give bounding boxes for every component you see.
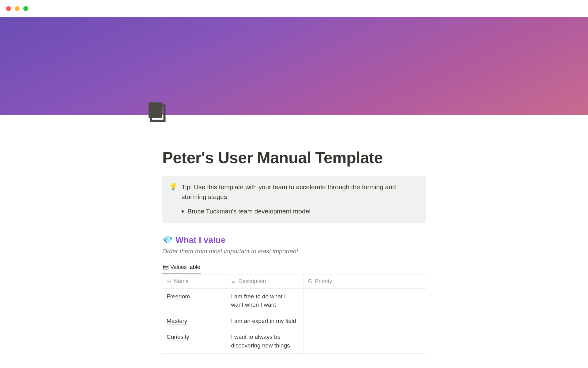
column-header-priority[interactable]: Priority [303, 274, 380, 289]
row-name[interactable]: Mastery [167, 318, 187, 324]
disclosure-triangle-icon [182, 209, 184, 213]
values-table: Aa Name Description [162, 274, 426, 354]
table-row[interactable]: Mastery I am an expert in my field [162, 313, 426, 329]
svg-text:Aa: Aa [167, 279, 171, 283]
row-empty[interactable] [380, 288, 426, 313]
database-tab-values-table[interactable]: Values table [162, 262, 201, 274]
page-cover[interactable] [0, 17, 588, 115]
title-property-icon: Aa [167, 279, 172, 284]
table-header-row: Aa Name Description [162, 274, 426, 289]
row-name[interactable]: Curiosity [167, 334, 189, 340]
window-minimize-button[interactable] [15, 6, 20, 11]
column-header-name-label: Name [174, 278, 189, 285]
row-description[interactable]: I am free to do what I want when I want [227, 288, 303, 313]
svg-rect-2 [151, 105, 164, 121]
row-description[interactable]: I am an expert in my field [227, 313, 303, 329]
column-header-name[interactable]: Aa Name [162, 274, 227, 289]
table-icon [163, 264, 168, 270]
column-header-priority-label: Priority [315, 278, 332, 285]
callout-text[interactable]: Tip: Use this template with your team to… [182, 182, 419, 201]
window-close-button[interactable] [6, 6, 11, 11]
database-view-tabs: Values table [162, 262, 426, 274]
column-header-description[interactable]: Description [227, 274, 303, 289]
page-content: Peter's User Manual Template 💡 Tip: Use … [159, 115, 429, 354]
select-property-icon [308, 279, 313, 284]
section-heading[interactable]: 💎 What I value [162, 235, 426, 245]
column-header-empty[interactable] [380, 274, 426, 289]
callout-toggle[interactable]: Bruce Tuckman's team development model [182, 206, 419, 216]
column-header-description-label: Description [239, 278, 266, 285]
lightbulb-icon: 💡 [169, 182, 177, 216]
window-zoom-button[interactable] [23, 6, 28, 11]
window-titlebar [0, 0, 588, 17]
table-row[interactable]: Curiosity I want to always be discoverin… [162, 329, 426, 354]
row-empty[interactable] [380, 329, 426, 354]
page-icon[interactable] [145, 101, 168, 124]
page-title[interactable]: Peter's User Manual Template [162, 148, 426, 167]
text-property-icon [231, 279, 236, 284]
gem-icon: 💎 [162, 235, 173, 245]
row-priority[interactable] [303, 288, 380, 313]
svg-point-11 [308, 279, 312, 283]
callout-body: Tip: Use this template with your team to… [182, 182, 419, 216]
row-priority[interactable] [303, 313, 380, 329]
callout-toggle-label: Bruce Tuckman's team development model [187, 206, 311, 216]
row-priority[interactable] [303, 329, 380, 354]
row-name[interactable]: Freedom [167, 293, 190, 300]
callout-block[interactable]: 💡 Tip: Use this template with your team … [162, 176, 426, 223]
database-tab-label: Values table [170, 264, 200, 270]
section-heading-text: What I value [175, 235, 225, 245]
svg-rect-3 [163, 265, 168, 269]
row-description[interactable]: I want to always be discovering new thin… [227, 329, 303, 354]
table-row[interactable]: Freedom I am free to do what I want when… [162, 288, 426, 313]
row-empty[interactable] [380, 313, 426, 329]
section-subtitle[interactable]: Order them from most important to least … [162, 248, 426, 255]
